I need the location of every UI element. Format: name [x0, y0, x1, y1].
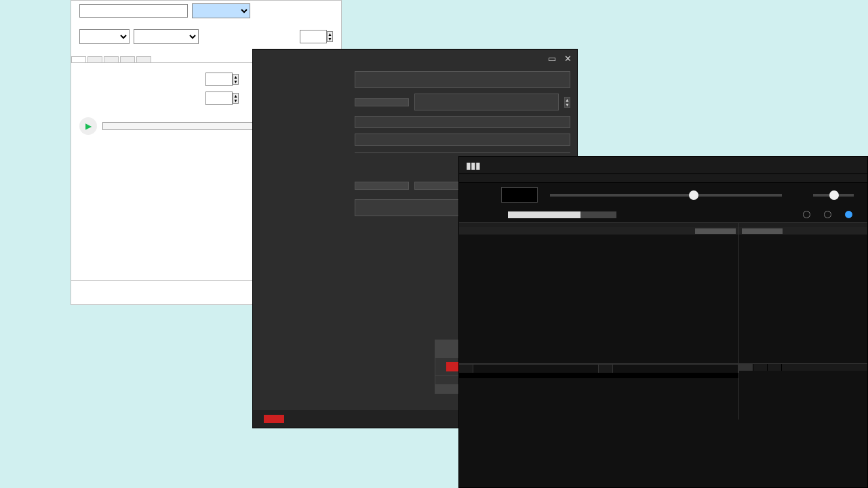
proxy-toggle[interactable]: [264, 415, 284, 423]
user-list: [253, 67, 348, 410]
tab-chat[interactable]: [87, 56, 102, 62]
play-icon[interactable]: ▶: [79, 117, 97, 135]
port-input[interactable]: [414, 94, 559, 110]
connect-button[interactable]: [355, 98, 409, 106]
room-input[interactable]: [355, 71, 570, 88]
results-grid[interactable]: [459, 223, 738, 363]
hscroll-2[interactable]: [739, 228, 867, 235]
show-logs-button[interactable]: [355, 134, 570, 146]
select-list-button[interactable]: [599, 365, 613, 373]
tab-settings[interactable]: [120, 56, 135, 62]
custom-tab[interactable]: [753, 364, 768, 371]
service-select[interactable]: [192, 3, 250, 18]
start-slider[interactable]: [550, 194, 782, 197]
proxy-proto-select[interactable]: [79, 29, 130, 44]
load-chatbots-button[interactable]: [355, 116, 570, 128]
prox-def-radio[interactable]: [803, 211, 810, 218]
list-value: [613, 365, 738, 373]
start-input[interactable]: [501, 187, 538, 203]
tocheck-tab[interactable]: [768, 364, 782, 371]
menu: [459, 174, 867, 183]
tab-chatgrabber[interactable]: [104, 56, 119, 62]
proxy-source-select[interactable]: [134, 29, 199, 44]
connect2-button[interactable]: [355, 182, 409, 190]
tab-webpar[interactable]: [136, 56, 151, 62]
minimize-icon[interactable]: ▭: [548, 54, 556, 64]
titlebar: ▭ ✕: [253, 49, 577, 67]
hscroll[interactable]: [459, 228, 738, 235]
prox-on-radio[interactable]: [824, 211, 831, 218]
tab-viewers[interactable]: [71, 56, 86, 62]
timeout-spinner[interactable]: ▲▼: [205, 92, 239, 105]
console: [459, 373, 738, 378]
close-icon[interactable]: ✕: [564, 54, 572, 64]
channel-input[interactable]: [79, 4, 188, 18]
openbullet-window: ▮▮▮: [458, 156, 868, 488]
progress-bar: [508, 211, 616, 218]
logo-icon: ▮▮▮: [466, 160, 480, 171]
select-cfg-button[interactable]: [459, 365, 473, 373]
hits-grid[interactable]: [738, 223, 867, 363]
prox-off-radio[interactable]: [845, 211, 852, 218]
cfg-value: [473, 365, 599, 373]
autoupdate-spinner[interactable]: ▲▼: [300, 30, 333, 43]
threads-spinner[interactable]: ▲▼: [205, 73, 239, 86]
bots-slider[interactable]: [813, 194, 854, 197]
hits-tab[interactable]: [739, 364, 753, 371]
